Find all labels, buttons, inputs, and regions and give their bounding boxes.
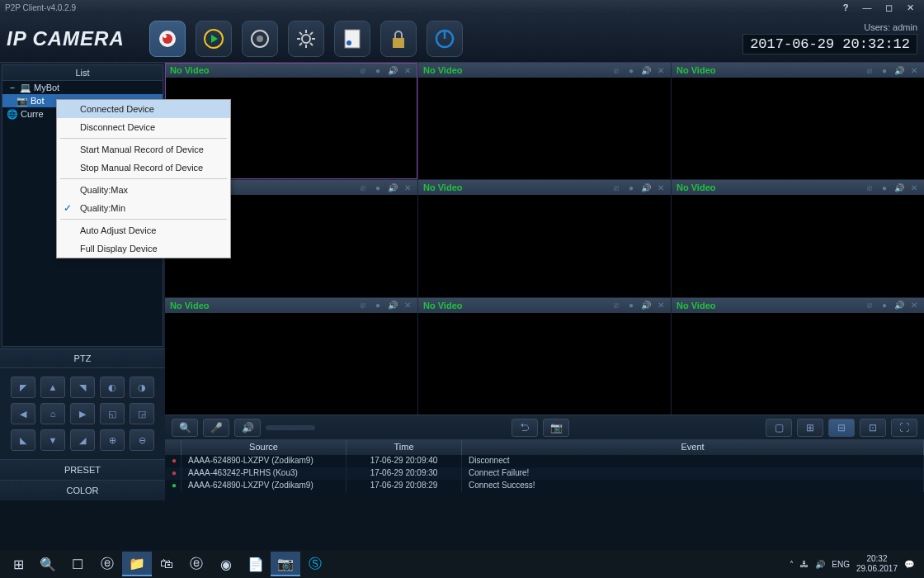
cell-close-icon[interactable]: ✕	[656, 301, 666, 310]
cell-record-icon[interactable]: ●	[626, 182, 636, 192]
cell-audio-icon[interactable]: 🔊	[641, 182, 651, 192]
help-button[interactable]: ?	[837, 2, 855, 13]
menu-item[interactable]: Start Manual Record of Device	[57, 140, 230, 159]
tree-item-mybot[interactable]: − 💻 MyBot	[2, 81, 163, 94]
cell-audio-icon[interactable]: 🔊	[388, 301, 398, 310]
search-taskbar-icon[interactable]: 🔍	[33, 552, 63, 576]
cell-snapshot-icon[interactable]: ⎚	[611, 65, 621, 75]
layout-9-button[interactable]: ⊟	[828, 419, 855, 437]
menu-item[interactable]: Connected Device	[57, 100, 230, 118]
preset-section-button[interactable]: PRESET	[0, 459, 165, 480]
store-icon[interactable]: 🛍	[152, 552, 182, 576]
tray-lang[interactable]: ENG	[832, 560, 850, 569]
ptz-left[interactable]: ◀	[11, 403, 35, 424]
cell-record-icon[interactable]: ●	[879, 182, 889, 192]
tray-volume-icon[interactable]: 🔊	[815, 560, 825, 569]
log-row[interactable]: ● AAAA-463242-PLRHS (Kou3) 17-06-29 20:0…	[165, 467, 924, 480]
ptz-up-left[interactable]: ◤	[11, 377, 35, 398]
cell-record-icon[interactable]: ●	[373, 65, 383, 75]
notifications-icon[interactable]: 💬	[904, 560, 914, 569]
cell-snapshot-icon[interactable]: ⎚	[358, 301, 368, 310]
video-cell-3[interactable]: No Video⎚●🔊✕	[672, 63, 924, 179]
tray-up-icon[interactable]: ˄	[790, 560, 794, 569]
prev-layout-button[interactable]: ⮌	[512, 419, 538, 437]
cell-audio-icon[interactable]: 🔊	[894, 301, 904, 310]
snapshot-button[interactable]: 📷	[543, 419, 569, 437]
cell-close-icon[interactable]: ✕	[909, 65, 919, 75]
maximize-button[interactable]: ◻	[879, 2, 898, 13]
menu-item[interactable]: Quality:Max	[57, 181, 230, 199]
mic-button[interactable]: 🎤	[203, 419, 229, 437]
menu-item[interactable]: Auto Adjust Device	[57, 221, 230, 239]
cell-close-icon[interactable]: ✕	[403, 301, 412, 310]
ptz-zoom-out[interactable]: ◑	[130, 377, 154, 398]
ptz-right[interactable]: ▶	[70, 403, 95, 424]
video-cell-5[interactable]: No Video⎚●🔊✕	[418, 180, 671, 296]
volume-button[interactable]: 🔊	[234, 419, 261, 437]
video-cell-2[interactable]: No Video⎚●🔊✕	[418, 63, 671, 179]
task-view-icon[interactable]: ☐	[63, 552, 92, 576]
cell-close-icon[interactable]: ✕	[909, 182, 919, 192]
cell-close-icon[interactable]: ✕	[403, 65, 412, 75]
cell-record-icon[interactable]: ●	[879, 65, 889, 75]
cell-audio-icon[interactable]: 🔊	[388, 65, 398, 75]
ptz-up[interactable]: ▲	[40, 377, 65, 398]
cell-snapshot-icon[interactable]: ⎚	[865, 65, 874, 75]
menu-item[interactable]: Disconnect Device	[57, 118, 230, 136]
ptz-home[interactable]: ⌂	[40, 403, 65, 424]
color-section-button[interactable]: COLOR	[0, 480, 165, 500]
cell-close-icon[interactable]: ✕	[909, 301, 919, 310]
live-view-icon[interactable]	[149, 21, 186, 57]
ptz-down-left[interactable]: ◣	[11, 429, 35, 451]
cell-snapshot-icon[interactable]: ⎚	[358, 182, 368, 192]
video-cell-7[interactable]: No Video⎚●🔊✕	[165, 298, 417, 415]
ptz-focus-near[interactable]: ◱	[100, 403, 125, 424]
video-cell-6[interactable]: No Video⎚●🔊✕	[672, 180, 924, 296]
ie-icon[interactable]: ⓔ	[182, 552, 211, 576]
volume-slider[interactable]	[266, 425, 315, 430]
cell-close-icon[interactable]: ✕	[403, 182, 412, 192]
menu-item[interactable]: Full Display Device	[57, 239, 230, 258]
log-row[interactable]: ● AAAA-624890-LXZPV (Zodikam9) 17-06-29 …	[165, 455, 924, 467]
ptz-iris-close[interactable]: ⊖	[130, 429, 154, 451]
record-icon[interactable]	[242, 21, 278, 57]
cell-snapshot-icon[interactable]: ⎚	[865, 301, 874, 310]
cell-snapshot-icon[interactable]: ⎚	[611, 182, 621, 192]
cell-close-icon[interactable]: ✕	[656, 65, 666, 75]
edge-icon[interactable]: ⓔ	[92, 552, 122, 576]
cell-audio-icon[interactable]: 🔊	[894, 65, 904, 75]
close-button[interactable]: ✕	[901, 2, 919, 13]
video-cell-9[interactable]: No Video⎚●🔊✕	[672, 298, 924, 415]
cell-record-icon[interactable]: ●	[626, 65, 636, 75]
cell-record-icon[interactable]: ●	[373, 301, 383, 310]
ptz-iris-open[interactable]: ⊕	[100, 429, 125, 451]
cell-audio-icon[interactable]: 🔊	[641, 301, 651, 310]
menu-item[interactable]: Stop Manual Record of Device	[57, 159, 230, 177]
menu-item[interactable]: Quality:Min✓	[57, 199, 230, 217]
ptz-zoom-in[interactable]: ◐	[100, 377, 125, 398]
layout-16-button[interactable]: ⊡	[860, 419, 886, 437]
layout-1-button[interactable]: ▢	[766, 419, 792, 437]
lock-icon[interactable]	[380, 21, 417, 57]
ptz-down-right[interactable]: ◢	[70, 429, 95, 451]
minimize-button[interactable]: —	[858, 2, 876, 13]
cell-snapshot-icon[interactable]: ⎚	[358, 65, 368, 75]
tray-network-icon[interactable]: 🖧	[800, 560, 808, 569]
ptz-up-right[interactable]: ◥	[70, 377, 95, 398]
cell-record-icon[interactable]: ●	[626, 301, 636, 310]
cell-snapshot-icon[interactable]: ⎚	[611, 301, 621, 310]
fullscreen-button[interactable]: ⛶	[891, 419, 917, 437]
cell-close-icon[interactable]: ✕	[656, 182, 666, 192]
cell-record-icon[interactable]: ●	[373, 182, 383, 192]
log-icon[interactable]	[334, 21, 370, 57]
cell-snapshot-icon[interactable]: ⎚	[865, 182, 874, 192]
p2p-client-icon[interactable]: 📷	[271, 552, 300, 576]
playback-icon[interactable]	[196, 21, 232, 57]
explorer-icon[interactable]: 📁	[122, 552, 152, 576]
cell-audio-icon[interactable]: 🔊	[388, 182, 398, 192]
ptz-down[interactable]: ▼	[40, 429, 65, 451]
chrome-icon[interactable]: ◉	[211, 552, 241, 576]
taskbar-clock[interactable]: 20:32 29.06.2017	[856, 554, 898, 574]
notepad-icon[interactable]: 📄	[241, 552, 271, 576]
cell-audio-icon[interactable]: 🔊	[894, 182, 904, 192]
